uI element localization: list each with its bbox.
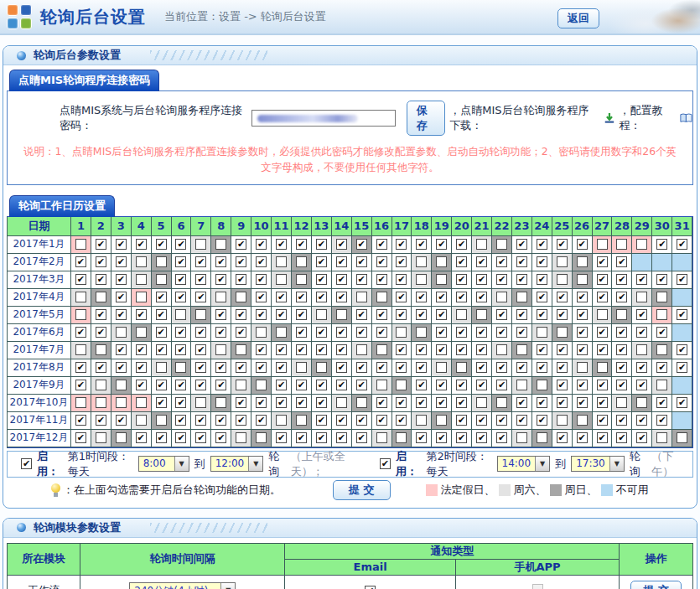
day-checkbox[interactable]: ✔: [296, 292, 307, 302]
day-checkbox[interactable]: [396, 327, 407, 338]
day-checkbox[interactable]: ✔: [276, 309, 287, 320]
day-checkbox[interactable]: [136, 327, 147, 338]
day-checkbox[interactable]: ✔: [456, 239, 467, 250]
day-checkbox[interactable]: [656, 432, 667, 443]
day-checkbox[interactable]: [316, 309, 327, 320]
day-checkbox[interactable]: ✔: [376, 362, 387, 373]
day-checkbox[interactable]: ✔: [236, 256, 246, 267]
day-checkbox[interactable]: ✔: [356, 309, 367, 320]
day-checkbox[interactable]: ✔: [356, 415, 367, 426]
day-checkbox[interactable]: ✔: [136, 309, 147, 320]
day-checkbox[interactable]: ✔: [597, 274, 608, 285]
day-checkbox[interactable]: ✔: [336, 292, 347, 302]
day-checkbox[interactable]: [195, 309, 206, 320]
day-checkbox[interactable]: [276, 415, 287, 426]
day-checkbox[interactable]: ✔: [516, 415, 527, 426]
day-checkbox[interactable]: ✔: [175, 344, 186, 355]
day-checkbox[interactable]: ✔: [96, 415, 106, 426]
day-checkbox[interactable]: ✔: [296, 344, 307, 355]
day-checkbox[interactable]: ✔: [195, 432, 206, 443]
day-checkbox[interactable]: ✔: [616, 380, 627, 390]
day-checkbox[interactable]: ✔: [376, 415, 387, 426]
day-checkbox[interactable]: [597, 362, 608, 373]
day-checkbox[interactable]: ✔: [296, 239, 307, 250]
day-checkbox[interactable]: ✔: [436, 239, 447, 250]
day-checkbox[interactable]: ✔: [96, 274, 106, 285]
day-checkbox[interactable]: ✔: [175, 327, 186, 338]
day-checkbox[interactable]: ✔: [537, 397, 547, 408]
day-checkbox[interactable]: ✔: [296, 397, 307, 408]
day-checkbox[interactable]: ✔: [195, 256, 206, 267]
day-checkbox[interactable]: ✔: [396, 415, 407, 426]
day-checkbox[interactable]: ✔: [175, 415, 186, 426]
day-checkbox[interactable]: [75, 292, 86, 302]
day-checkbox[interactable]: ✔: [175, 397, 186, 408]
day-checkbox[interactable]: ✔: [116, 344, 127, 355]
day-checkbox[interactable]: ✔: [376, 274, 387, 285]
day-checkbox[interactable]: ✔: [436, 397, 447, 408]
day-checkbox[interactable]: ✔: [116, 239, 127, 250]
day-checkbox[interactable]: ✔: [156, 327, 167, 338]
save-button[interactable]: 保存: [407, 101, 446, 136]
day-checkbox[interactable]: ✔: [496, 256, 507, 267]
day-checkbox[interactable]: ✔: [456, 292, 467, 302]
day-checkbox[interactable]: ✔: [75, 274, 86, 285]
day-checkbox[interactable]: ✔: [316, 415, 327, 426]
day-checkbox[interactable]: [476, 397, 487, 408]
day-checkbox[interactable]: [136, 292, 147, 302]
day-checkbox[interactable]: [75, 344, 86, 355]
period1-enable-checkbox[interactable]: ✔: [21, 458, 32, 469]
app-notify-checkbox[interactable]: [532, 584, 543, 589]
day-checkbox[interactable]: [256, 380, 267, 390]
day-checkbox[interactable]: ✔: [296, 327, 307, 338]
day-checkbox[interactable]: ✔: [537, 274, 547, 285]
day-checkbox[interactable]: ✔: [276, 432, 287, 443]
day-checkbox[interactable]: ✔: [136, 362, 147, 373]
day-checkbox[interactable]: ✔: [336, 380, 347, 390]
day-checkbox[interactable]: ✔: [656, 415, 667, 426]
day-checkbox[interactable]: ✔: [496, 362, 507, 373]
day-checkbox[interactable]: [276, 256, 287, 267]
day-checkbox[interactable]: ✔: [316, 344, 327, 355]
day-checkbox[interactable]: ✔: [516, 274, 527, 285]
day-checkbox[interactable]: [75, 239, 86, 250]
day-checkbox[interactable]: ✔: [436, 432, 447, 443]
day-checkbox[interactable]: ✔: [215, 362, 226, 373]
day-checkbox[interactable]: [336, 397, 347, 408]
day-checkbox[interactable]: ✔: [557, 397, 568, 408]
day-checkbox[interactable]: ✔: [195, 292, 206, 302]
day-checkbox[interactable]: ✔: [537, 239, 547, 250]
day-checkbox[interactable]: [496, 344, 507, 355]
day-checkbox[interactable]: ✔: [636, 309, 647, 320]
day-checkbox[interactable]: ✔: [75, 256, 86, 267]
day-checkbox[interactable]: ✔: [677, 362, 687, 373]
day-checkbox[interactable]: [236, 432, 246, 443]
day-checkbox[interactable]: ✔: [416, 344, 427, 355]
day-checkbox[interactable]: ✔: [75, 362, 86, 373]
day-checkbox[interactable]: ✔: [476, 415, 487, 426]
day-checkbox[interactable]: ✔: [616, 292, 627, 302]
day-checkbox[interactable]: ✔: [636, 327, 647, 338]
day-checkbox[interactable]: ✔: [136, 380, 147, 390]
day-checkbox[interactable]: ✔: [537, 256, 547, 267]
day-checkbox[interactable]: ✔: [476, 362, 487, 373]
day-checkbox[interactable]: ✔: [616, 344, 627, 355]
day-checkbox[interactable]: ✔: [195, 327, 206, 338]
day-checkbox[interactable]: ✔: [577, 239, 588, 250]
download-icon[interactable]: [604, 111, 615, 125]
day-checkbox[interactable]: [537, 327, 547, 338]
day-checkbox[interactable]: ✔: [597, 432, 608, 443]
day-checkbox[interactable]: [577, 415, 588, 426]
tab-calendar[interactable]: 轮询工作日历设置: [9, 195, 115, 217]
day-checkbox[interactable]: [96, 380, 106, 390]
day-checkbox[interactable]: ✔: [496, 327, 507, 338]
day-checkbox[interactable]: ✔: [416, 309, 427, 320]
day-checkbox[interactable]: ✔: [236, 397, 246, 408]
day-checkbox[interactable]: ✔: [96, 327, 106, 338]
day-checkbox[interactable]: ✔: [537, 362, 547, 373]
day-checkbox[interactable]: ✔: [436, 344, 447, 355]
day-checkbox[interactable]: ✔: [396, 274, 407, 285]
day-checkbox[interactable]: [436, 274, 447, 285]
day-checkbox[interactable]: ✔: [175, 380, 186, 390]
day-checkbox[interactable]: ✔: [316, 380, 327, 390]
